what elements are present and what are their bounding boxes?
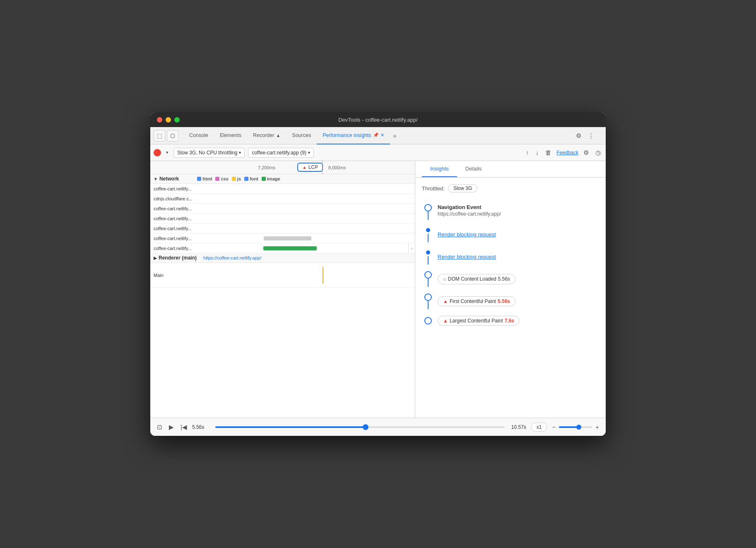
time-end-display: 10.57s — [511, 424, 528, 430]
connector-line-2 — [428, 234, 429, 242]
legend-css: css — [215, 176, 228, 181]
screenshot-toggle-button[interactable]: ⊡ — [155, 422, 164, 433]
table-row[interactable]: coffee-cart.netlify... — [150, 214, 415, 224]
connector-line-5 — [428, 301, 429, 309]
controls-bar: ▾ Slow 3G, No CPU throttling ▾ coffee-ca… — [150, 144, 606, 161]
fcp-content: ▲ First Contentful Paint 5.56s — [434, 296, 599, 306]
trash-icon[interactable]: 🗑 — [544, 147, 553, 158]
toolbar: ⬚ ⬡ Console Elements Recorder ▲ Sources … — [150, 127, 606, 144]
network-throttle-dropdown[interactable]: Slow 3G, No CPU throttling ▾ — [173, 148, 245, 158]
more-options-icon[interactable]: ⋮ — [586, 130, 596, 141]
close-button[interactable] — [157, 117, 162, 123]
lcp-warning-icon-2: ▲ — [443, 318, 448, 324]
zoom-out-button[interactable]: − — [550, 422, 557, 432]
tab-performance-insights[interactable]: Performance insights 📌 ✕ — [317, 127, 390, 144]
window-title: DevTools - coffee-cart.netlify.app/ — [338, 117, 418, 123]
dcl-badge: ○ DOM Content Loaded 5.56s — [438, 274, 515, 284]
table-row[interactable]: cdnjs.cloudflare.c... — [150, 194, 415, 204]
insights-content: Throttled: Slow 3G Navigation Event http… — [415, 178, 606, 418]
zoom-controls: − + — [550, 422, 601, 432]
tab-details[interactable]: Details — [457, 161, 490, 177]
scrubber-fill — [215, 426, 366, 428]
cursor-icon[interactable]: ⬚ — [154, 130, 165, 142]
tab-bar: Console Elements Recorder ▲ Sources Perf… — [180, 127, 602, 144]
speed-button[interactable]: x1 — [531, 423, 547, 432]
render-blocking-link-1[interactable]: Render blocking request — [438, 231, 496, 238]
feedback-link[interactable]: Feedback — [556, 150, 578, 156]
table-row[interactable]: coffee-cart.netlify... — [150, 233, 415, 243]
dot-circle-2 — [426, 250, 430, 255]
bar-area — [256, 243, 408, 253]
traffic-lights — [157, 117, 180, 123]
lcp-badge: ▲ LCP — [297, 163, 323, 172]
timeline-events: Navigation Event https://coffee-cart.net… — [422, 201, 599, 329]
expand-row-button[interactable]: › — [408, 243, 415, 253]
zoom-fill — [559, 426, 579, 428]
tab-sources[interactable]: Sources — [286, 127, 317, 144]
phone-icon[interactable]: ⬡ — [167, 130, 178, 142]
circle-icon[interactable]: ◷ — [594, 147, 602, 158]
event-lcp: ▲ Largest Contentful Paint 7.6s — [422, 312, 599, 329]
bar-area — [256, 224, 415, 233]
zoom-slider[interactable] — [559, 426, 592, 428]
tab-insights[interactable]: Insights — [422, 161, 457, 177]
main-content: 7,200ms 8,000ms ▲ LCP ▼ Network html — [150, 161, 606, 418]
close-tab-icon[interactable]: ✕ — [380, 132, 384, 138]
insights-tabs: Insights Details — [415, 161, 606, 178]
main-row-label: Main — [150, 273, 256, 278]
bar-area — [256, 233, 415, 243]
scrubber-thumb[interactable] — [363, 424, 368, 430]
render-blocking-2-content: Render blocking request — [434, 253, 599, 260]
timeline-scrubber[interactable] — [215, 426, 505, 428]
renderer-url[interactable]: https://coffee-cart.netlify.app/ — [203, 255, 261, 260]
table-row[interactable]: coffee-cart.netlify... — [150, 204, 415, 214]
tab-console[interactable]: Console — [183, 127, 214, 144]
skip-to-start-button[interactable]: |◀ — [179, 422, 189, 433]
connector-line — [428, 212, 429, 220]
time-label-2: 8,000ms — [328, 165, 346, 170]
pin-icon: 📌 — [373, 132, 379, 138]
zoom-thumb[interactable] — [576, 425, 581, 430]
table-row[interactable]: coffee-cart.netlify... — [150, 184, 415, 194]
bar-area — [256, 194, 415, 203]
maximize-button[interactable] — [174, 117, 180, 123]
gear-icon[interactable]: ⚙ — [582, 147, 590, 158]
event-render-blocking-2: Render blocking request — [422, 245, 599, 268]
connector-dcl — [422, 271, 434, 287]
right-panel: Insights Details Throttled: Slow 3G — [415, 161, 606, 418]
settings-icon[interactable]: ⚙ — [574, 130, 583, 141]
lcp-content: ▲ Largest Contentful Paint 7.6s — [434, 316, 599, 326]
collapse-arrow-icon[interactable]: ▼ — [154, 177, 158, 181]
record-dropdown-arrow[interactable]: ▾ — [164, 148, 170, 157]
more-tabs-button[interactable]: » — [390, 127, 400, 144]
play-button[interactable]: ▶ — [167, 422, 176, 433]
connector-line-3 — [428, 256, 429, 264]
chevron-down-icon-2: ▾ — [308, 150, 310, 155]
js-color-dot — [232, 177, 236, 181]
expand-renderer-icon[interactable]: ▶ — [154, 256, 157, 260]
table-row[interactable]: coffee-cart.netlify... › — [150, 243, 415, 253]
download-icon[interactable]: ↓ — [534, 147, 541, 158]
record-button[interactable] — [154, 149, 161, 156]
render-blocking-1-content: Render blocking request — [434, 231, 599, 238]
html-color-dot — [197, 177, 201, 181]
main-row: Main — [150, 263, 415, 288]
event-navigation: Navigation Event https://coffee-cart.net… — [422, 201, 599, 223]
minimize-button[interactable] — [166, 117, 171, 123]
event-render-blocking-1: Render blocking request — [422, 223, 599, 245]
devtools-window: DevTools - coffee-cart.netlify.app/ ⬚ ⬡ … — [150, 112, 606, 436]
connector-lcp — [422, 317, 434, 324]
dcl-circle — [424, 271, 432, 279]
target-dropdown[interactable]: coffee-cart.netlify.app (9) ▾ — [248, 148, 314, 158]
nav-event-content: Navigation Event https://coffee-cart.net… — [434, 204, 599, 217]
tab-recorder[interactable]: Recorder ▲ — [247, 127, 286, 144]
connector-line-4 — [428, 279, 429, 287]
tab-elements[interactable]: Elements — [214, 127, 247, 144]
table-row[interactable]: coffee-cart.netlify... — [150, 224, 415, 233]
event-dcl: ○ DOM Content Loaded 5.56s — [422, 268, 599, 290]
upload-icon[interactable]: ↑ — [524, 147, 531, 158]
image-color-dot — [262, 177, 266, 181]
zoom-in-button[interactable]: + — [594, 422, 601, 432]
legend-js: js — [232, 176, 241, 181]
render-blocking-link-2[interactable]: Render blocking request — [438, 254, 496, 260]
